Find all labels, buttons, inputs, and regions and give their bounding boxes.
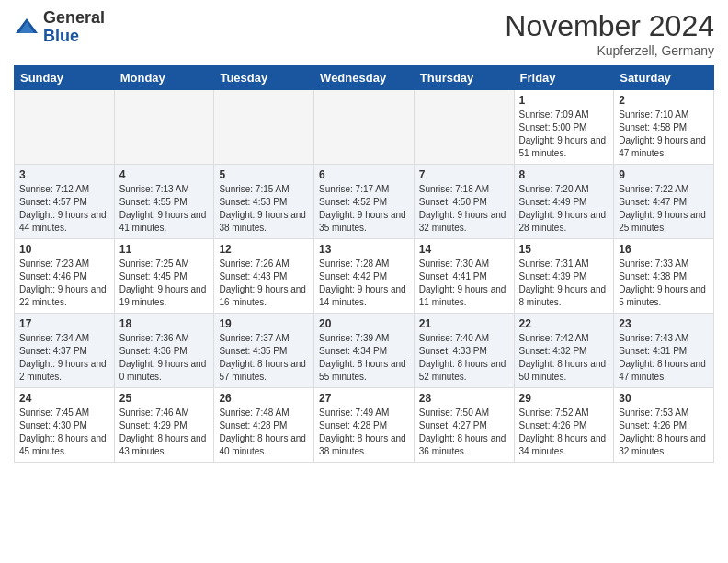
calendar-cell: 22Sunrise: 7:42 AM Sunset: 4:32 PM Dayli… [514,314,614,388]
calendar-cell: 20Sunrise: 7:39 AM Sunset: 4:34 PM Dayli… [314,314,415,388]
col-saturday: Saturday [614,66,714,90]
calendar-cell: 9Sunrise: 7:22 AM Sunset: 4:47 PM Daylig… [614,165,714,239]
day-info: Sunrise: 7:37 AM Sunset: 4:35 PM Dayligh… [219,332,309,384]
col-tuesday: Tuesday [214,66,314,90]
day-info: Sunrise: 7:22 AM Sunset: 4:47 PM Dayligh… [619,183,709,235]
calendar-cell [15,90,115,165]
day-number: 30 [619,392,709,405]
day-info: Sunrise: 7:10 AM Sunset: 4:58 PM Dayligh… [619,109,709,160]
day-info: Sunrise: 7:09 AM Sunset: 5:00 PM Dayligh… [519,109,609,160]
calendar-cell: 30Sunrise: 7:53 AM Sunset: 4:26 PM Dayli… [614,388,714,463]
day-info: Sunrise: 7:36 AM Sunset: 4:36 PM Dayligh… [119,332,210,384]
day-number: 14 [419,243,509,256]
calendar-cell: 29Sunrise: 7:52 AM Sunset: 4:26 PM Dayli… [514,388,614,463]
calendar-cell: 10Sunrise: 7:23 AM Sunset: 4:46 PM Dayli… [15,239,115,314]
day-number: 2 [619,94,709,107]
calendar-cell: 12Sunrise: 7:26 AM Sunset: 4:43 PM Dayli… [214,239,314,314]
col-friday: Friday [514,66,614,90]
day-info: Sunrise: 7:34 AM Sunset: 4:37 PM Dayligh… [19,332,109,384]
calendar-week-1: 1Sunrise: 7:09 AM Sunset: 5:00 PM Daylig… [15,90,714,165]
col-thursday: Thursday [414,66,514,90]
day-number: 26 [219,392,309,405]
day-number: 10 [19,243,109,256]
logo-general: General [43,9,105,28]
calendar-cell: 23Sunrise: 7:43 AM Sunset: 4:31 PM Dayli… [614,314,714,388]
day-number: 8 [519,168,609,181]
calendar-cell [414,90,514,165]
day-info: Sunrise: 7:40 AM Sunset: 4:33 PM Dayligh… [419,332,509,384]
calendar-cell: 21Sunrise: 7:40 AM Sunset: 4:33 PM Dayli… [414,314,514,388]
day-info: Sunrise: 7:42 AM Sunset: 4:32 PM Dayligh… [519,332,609,384]
calendar-cell: 25Sunrise: 7:46 AM Sunset: 4:29 PM Dayli… [114,388,214,463]
calendar-cell: 13Sunrise: 7:28 AM Sunset: 4:42 PM Dayli… [314,239,415,314]
calendar-cell: 11Sunrise: 7:25 AM Sunset: 4:45 PM Dayli… [114,239,214,314]
calendar-cell: 15Sunrise: 7:31 AM Sunset: 4:39 PM Dayli… [514,239,614,314]
day-number: 5 [219,168,309,181]
calendar-cell: 16Sunrise: 7:33 AM Sunset: 4:38 PM Dayli… [614,239,714,314]
day-number: 27 [319,392,409,405]
day-info: Sunrise: 7:53 AM Sunset: 4:26 PM Dayligh… [619,407,709,458]
calendar-cell: 4Sunrise: 7:13 AM Sunset: 4:55 PM Daylig… [114,165,214,239]
day-info: Sunrise: 7:18 AM Sunset: 4:50 PM Dayligh… [419,183,509,235]
col-monday: Monday [114,66,214,90]
calendar-cell: 2Sunrise: 7:10 AM Sunset: 4:58 PM Daylig… [614,90,714,165]
day-info: Sunrise: 7:49 AM Sunset: 4:28 PM Dayligh… [319,407,409,458]
calendar-cell: 28Sunrise: 7:50 AM Sunset: 4:27 PM Dayli… [414,388,514,463]
day-number: 12 [219,243,309,256]
calendar-cell: 3Sunrise: 7:12 AM Sunset: 4:57 PM Daylig… [15,165,115,239]
location: Kupferzell, Germany [505,43,714,58]
day-info: Sunrise: 7:31 AM Sunset: 4:39 PM Dayligh… [519,258,609,309]
day-number: 9 [619,168,709,181]
day-number: 11 [119,243,210,256]
calendar-cell: 8Sunrise: 7:20 AM Sunset: 4:49 PM Daylig… [514,165,614,239]
calendar-cell: 7Sunrise: 7:18 AM Sunset: 4:50 PM Daylig… [414,165,514,239]
title-block: November 2024 Kupferzell, Germany [505,9,714,58]
day-number: 6 [319,168,409,181]
day-number: 25 [119,392,210,405]
calendar-cell: 17Sunrise: 7:34 AM Sunset: 4:37 PM Dayli… [15,314,115,388]
day-info: Sunrise: 7:23 AM Sunset: 4:46 PM Dayligh… [19,258,109,309]
day-number: 18 [119,317,210,330]
calendar-cell: 24Sunrise: 7:45 AM Sunset: 4:30 PM Dayli… [15,388,115,463]
day-number: 15 [519,243,609,256]
day-number: 22 [519,317,609,330]
calendar-cell: 14Sunrise: 7:30 AM Sunset: 4:41 PM Dayli… [414,239,514,314]
calendar: Sunday Monday Tuesday Wednesday Thursday… [14,65,714,463]
day-info: Sunrise: 7:17 AM Sunset: 4:52 PM Dayligh… [319,183,409,235]
logo-blue: Blue [43,28,105,46]
calendar-header-row: Sunday Monday Tuesday Wednesday Thursday… [15,66,714,90]
page: General Blue November 2024 Kupferzell, G… [0,0,728,563]
day-info: Sunrise: 7:33 AM Sunset: 4:38 PM Dayligh… [619,258,709,309]
day-info: Sunrise: 7:12 AM Sunset: 4:57 PM Dayligh… [19,183,109,235]
calendar-cell [114,90,214,165]
calendar-week-5: 24Sunrise: 7:45 AM Sunset: 4:30 PM Dayli… [15,388,714,463]
calendar-week-4: 17Sunrise: 7:34 AM Sunset: 4:37 PM Dayli… [15,314,714,388]
day-number: 17 [19,317,109,330]
calendar-cell [314,90,415,165]
day-number: 29 [519,392,609,405]
day-info: Sunrise: 7:20 AM Sunset: 4:49 PM Dayligh… [519,183,609,235]
calendar-cell: 6Sunrise: 7:17 AM Sunset: 4:52 PM Daylig… [314,165,415,239]
day-info: Sunrise: 7:25 AM Sunset: 4:45 PM Dayligh… [119,258,210,309]
day-info: Sunrise: 7:48 AM Sunset: 4:28 PM Dayligh… [219,407,309,458]
day-info: Sunrise: 7:13 AM Sunset: 4:55 PM Dayligh… [119,183,210,235]
day-number: 28 [419,392,509,405]
day-info: Sunrise: 7:30 AM Sunset: 4:41 PM Dayligh… [419,258,509,309]
header: General Blue November 2024 Kupferzell, G… [14,9,714,58]
day-number: 21 [419,317,509,330]
calendar-cell: 5Sunrise: 7:15 AM Sunset: 4:53 PM Daylig… [214,165,314,239]
day-number: 24 [19,392,109,405]
calendar-cell [214,90,314,165]
day-info: Sunrise: 7:43 AM Sunset: 4:31 PM Dayligh… [619,332,709,384]
col-wednesday: Wednesday [314,66,415,90]
day-number: 20 [319,317,409,330]
logo-text: General Blue [43,9,105,46]
day-number: 3 [19,168,109,181]
calendar-cell: 1Sunrise: 7:09 AM Sunset: 5:00 PM Daylig… [514,90,614,165]
calendar-cell: 26Sunrise: 7:48 AM Sunset: 4:28 PM Dayli… [214,388,314,463]
day-number: 4 [119,168,210,181]
logo: General Blue [14,9,105,46]
day-number: 23 [619,317,709,330]
calendar-week-2: 3Sunrise: 7:12 AM Sunset: 4:57 PM Daylig… [15,165,714,239]
calendar-cell: 18Sunrise: 7:36 AM Sunset: 4:36 PM Dayli… [114,314,214,388]
